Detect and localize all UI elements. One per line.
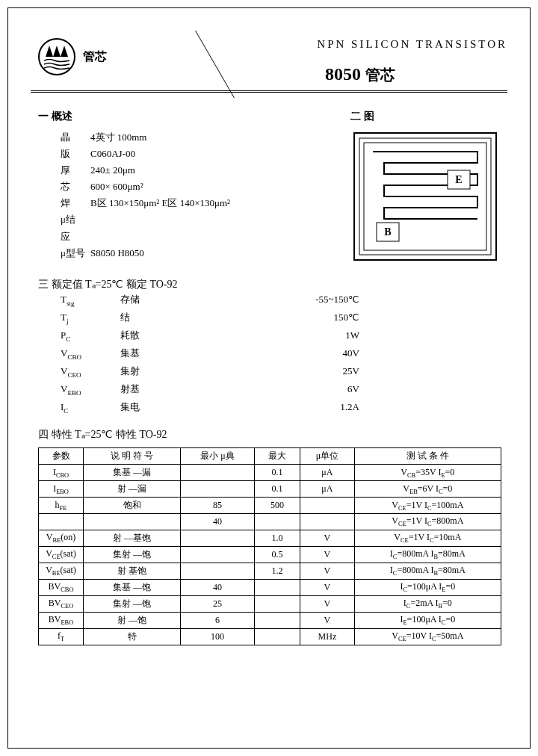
table-cell: MHz (300, 628, 355, 645)
table-cell: 40 (181, 514, 255, 530)
table-cell: 1.2 (254, 563, 300, 579)
table-header-cell: 说 明 符 号 (84, 448, 181, 465)
table-cell: 40 (181, 579, 255, 595)
table-row: BVEBO射 —饱6VIE=100μA IC=0 (39, 612, 501, 628)
die-layout-diagram: E B (350, 129, 500, 264)
die-label-e: E (455, 174, 462, 185)
table-row: hFE饱和85500VCE=1V IC=100mA (39, 498, 501, 514)
table-cell (181, 481, 255, 498)
ratings-section: 三 额定值 Tₐ=25℃ 额定 TO-92 Tstg存储-55~150℃Tj结1… (38, 278, 500, 417)
table-row: ICBO集基 —漏0.1μAVCB=35V IE=0 (39, 465, 501, 481)
table-cell: 集射 —饱 (84, 595, 181, 612)
ratings-heading: 三 额定值 Tₐ=25℃ 额定 TO-92 (38, 278, 500, 291)
rating-row: IC集电1.2A (61, 399, 500, 417)
spec-label: 应 (61, 229, 90, 245)
rating-row: Tj结150℃ (61, 309, 500, 327)
rating-row: PC耗散1W (61, 327, 500, 345)
table-cell (181, 530, 255, 546)
table-cell: V (300, 579, 355, 595)
table-cell: 特 (84, 628, 181, 645)
table-cell (254, 628, 300, 645)
ratings-list: Tstg存储-55~150℃Tj结150℃PC耗散1WVCBO集基40VVCEO… (38, 291, 500, 417)
table-cell: BVCEO (39, 595, 84, 612)
table-cell: 500 (254, 498, 300, 514)
spec-column: 一 概述 晶4英寸 100mm版C060AJ-00厚240± 20μm芯600×… (38, 104, 336, 267)
table-cell (254, 612, 300, 628)
spec-row: 应 (61, 229, 336, 245)
table-cell: IC=800mA IB=80mA (354, 563, 501, 579)
content-area: 一 概述 晶4英寸 100mm版C060AJ-00厚240± 20μm芯600×… (8, 93, 530, 657)
rating-row: VEBO射基6V (61, 381, 500, 399)
part-number-suffix: 管芯 (365, 66, 395, 83)
part-number: 8050 管芯 (325, 64, 395, 85)
spec-label: 芯 (61, 179, 90, 195)
table-header-cell: 测 试 条 件 (354, 448, 501, 465)
spec-row: μ型号S8050 H8050 (61, 245, 336, 261)
spec-row: 焊B区 130×150μm² E区 140×130μm² (61, 195, 336, 211)
table-cell: 集射 —饱 (84, 546, 181, 563)
table-cell (254, 595, 300, 612)
rating-row: VCEO集射25V (61, 363, 500, 381)
table-cell (181, 546, 255, 563)
table-cell: BVEBO (39, 612, 84, 628)
spec-section-heading: 一 概述 (38, 110, 336, 123)
characteristics-heading: 四 特性 Tₐ=25℃ 特性 TO-92 (38, 428, 500, 441)
table-cell: 射 基饱 (84, 563, 181, 579)
rating-desc: 集射 (120, 363, 300, 381)
table-cell: 85 (181, 498, 255, 514)
table-cell: IC=100μA IE=0 (354, 579, 501, 595)
spec-row: 版C060AJ-00 (61, 146, 336, 162)
table-cell: VEB=6V IC=0 (354, 481, 501, 498)
rating-desc: 存储 (120, 291, 300, 309)
table-cell: fT (39, 628, 84, 645)
rating-param: PC (61, 327, 120, 345)
table-cell: VCE=1V IC=10mA (354, 530, 501, 546)
rating-value: -55~150℃ (300, 291, 359, 309)
spec-list: 晶4英寸 100mm版C060AJ-00厚240± 20μm芯600× 600μ… (38, 129, 336, 261)
table-header-cell: 最大 (254, 448, 300, 465)
rating-desc: 射基 (120, 381, 300, 399)
spec-row: μ结 (61, 211, 336, 228)
table-cell: 0.1 (254, 465, 300, 481)
spec-value: C060AJ-00 (90, 146, 135, 162)
rating-param: IC (61, 399, 120, 417)
table-cell: 25 (181, 595, 255, 612)
table-cell: 100 (181, 628, 255, 645)
table-cell (39, 514, 84, 530)
table-cell: VCE=10V IC=50mA (354, 628, 501, 645)
table-cell (84, 514, 181, 530)
table-cell: V (300, 563, 355, 579)
table-cell (300, 498, 355, 514)
table-row: VCE(sat)集射 —饱0.5VIC=800mA IB=80mA (39, 546, 501, 563)
table-header-cell: 最小 μ典 (181, 448, 255, 465)
spec-row: 厚240± 20μm (61, 162, 336, 179)
table-cell (254, 514, 300, 530)
datasheet-page: 管芯 NPN SILICON TRANSISTOR 8050 管芯 一 概述 晶… (7, 7, 531, 749)
table-cell: 0.5 (254, 546, 300, 563)
rating-value: 1W (300, 327, 359, 345)
company-logo-icon (38, 38, 75, 75)
table-body: ICBO集基 —漏0.1μAVCB=35V IE=0IEBO射 —漏0.1μAV… (39, 465, 501, 645)
rating-desc: 结 (120, 309, 300, 327)
table-cell: VCE(sat) (39, 546, 84, 563)
rating-row: VCBO集基40V (61, 345, 500, 363)
spec-value: 240± 20μm (90, 162, 135, 179)
table-cell: 集基 —饱 (84, 579, 181, 595)
table-cell: VCE=1V IC=100mA (354, 498, 501, 514)
table-cell: V (300, 546, 355, 563)
rating-value: 150℃ (300, 309, 359, 327)
table-header-cell: 参数 (39, 448, 84, 465)
table-cell (300, 514, 355, 530)
table-cell: IC=800mA IB=80mA (354, 546, 501, 563)
table-header-cell: μ单位 (300, 448, 355, 465)
table-row: BVCEO集射 —饱25VIC=2mA IB=0 (39, 595, 501, 612)
table-cell (181, 563, 255, 579)
table-cell: IEBO (39, 481, 84, 498)
rating-param: VCBO (61, 345, 120, 363)
table-cell: hFE (39, 498, 84, 514)
spec-label: μ型号 (61, 245, 90, 261)
characteristics-table: 参数说 明 符 号最小 μ典最大μ单位测 试 条 件 ICBO集基 —漏0.1μ… (38, 447, 501, 645)
spec-value: 600× 600μm² (90, 179, 143, 195)
spec-value: B区 130×150μm² E区 140×130μm² (90, 195, 230, 211)
table-cell: VCB=35V IE=0 (354, 465, 501, 481)
